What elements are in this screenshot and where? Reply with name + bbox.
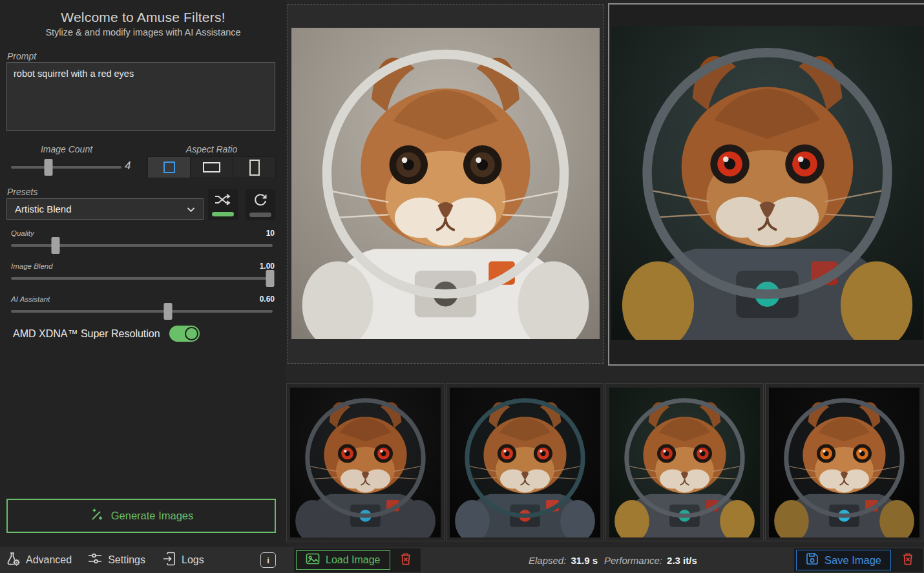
quality-slider[interactable] (11, 244, 273, 247)
quality-label: Quality (11, 229, 34, 237)
performance-label: Performance: (604, 555, 662, 566)
super-resolution-label: AMD XDNA™ Super Resolution (13, 328, 160, 340)
toggle-knob (185, 327, 198, 340)
info-button[interactable]: i (260, 552, 276, 568)
save-image-group: Save Image (794, 548, 923, 572)
refresh-presets-button[interactable] (246, 189, 275, 220)
shuffle-enabled-indicator (212, 212, 234, 216)
output-image (611, 26, 923, 340)
ai-assistant-slider[interactable] (11, 310, 273, 313)
thumbnail-4-image (769, 388, 919, 537)
thumbnail-2-image (450, 388, 600, 537)
image-count-value: 4 (125, 160, 131, 172)
input-image (291, 28, 600, 339)
generate-images-button[interactable]: Generate Images (6, 499, 276, 533)
load-image-label: Load Image (326, 554, 381, 566)
presets-dropdown[interactable]: Artistic Blend (6, 198, 204, 220)
ai-assistant-label: AI Assistant (11, 295, 50, 303)
logs-button[interactable]: Logs (162, 552, 204, 568)
main-area (286, 0, 924, 546)
prompt-input[interactable] (6, 62, 275, 131)
presets-selected-value: Artistic Blend (15, 203, 72, 214)
flask-gear-icon (5, 552, 21, 568)
thumbnail-1-image (290, 388, 441, 537)
ai-assistant-value: 0.60 (260, 295, 275, 304)
quality-value: 10 (266, 229, 275, 238)
trash-delete-icon (399, 552, 412, 568)
image-blend-label: Image Blend (11, 262, 53, 270)
aspect-square-button[interactable] (148, 157, 191, 178)
load-image-button[interactable]: Load Image (296, 550, 390, 570)
thumbnail-4[interactable] (765, 383, 923, 541)
page-subtitle: Stylize & and modify images with AI Assi… (0, 27, 286, 37)
thumbnail-3-image (609, 388, 760, 537)
trash-delete-icon (901, 552, 914, 568)
refresh-enabled-indicator (249, 213, 271, 217)
sidebar: Welcome to Amuse Filters! Stylize & and … (0, 0, 286, 546)
shuffle-presets-button[interactable] (208, 189, 238, 220)
portrait-icon (249, 160, 260, 176)
clear-input-button[interactable] (393, 550, 419, 570)
delete-output-button[interactable] (895, 550, 921, 570)
sliders-icon (87, 552, 103, 568)
page-title: Welcome to Amuse Filters! (0, 10, 286, 25)
performance-stat: Performance: 2.3 it/s (604, 547, 697, 573)
save-image-button[interactable]: Save Image (796, 550, 891, 570)
amuse-filters-window: Welcome to Amuse Filters! Stylize & and … (0, 0, 924, 573)
image-count-label: Image Count (11, 144, 122, 154)
elapsed-value: 31.9 s (571, 555, 598, 566)
image-count-slider[interactable] (11, 166, 121, 169)
shuffle-icon (215, 193, 231, 209)
image-blend-slider[interactable] (11, 277, 273, 280)
bottom-bar: Advanced Settings Logs (0, 546, 924, 573)
performance-value: 2.3 it/s (667, 555, 697, 566)
load-image-group: Load Image (294, 548, 421, 572)
aspect-ratio-label: Aspect Ratio (147, 144, 276, 154)
advanced-label: Advanced (26, 554, 72, 566)
input-image-panel[interactable] (288, 4, 604, 364)
super-resolution-toggle[interactable] (169, 326, 200, 342)
document-log-icon (162, 552, 176, 568)
floppy-disk-icon (806, 552, 819, 568)
image-blend-slider-handle[interactable] (266, 270, 274, 287)
picture-icon (306, 552, 320, 568)
output-image-panel[interactable] (608, 3, 924, 366)
chevron-down-icon (187, 203, 195, 214)
thumbnail-strip (286, 383, 924, 541)
prompt-label: Prompt (7, 51, 36, 61)
advanced-button[interactable]: Advanced (5, 552, 72, 568)
status-bar: Load Image Elapsed: 31.9 s (286, 547, 924, 573)
magic-wand-icon (89, 507, 105, 525)
image-blend-value: 1.00 (260, 262, 275, 271)
square-icon (163, 161, 175, 173)
landscape-icon (203, 162, 220, 172)
settings-button[interactable]: Settings (87, 552, 145, 568)
thumbnail-2[interactable] (446, 383, 604, 541)
aspect-landscape-button[interactable] (191, 157, 233, 178)
refresh-icon (253, 193, 268, 209)
save-image-label: Save Image (824, 554, 881, 567)
quality-slider-handle[interactable] (51, 237, 59, 254)
presets-label: Presets (7, 187, 37, 197)
logs-label: Logs (182, 554, 204, 566)
ai-assistant-slider-handle[interactable] (164, 303, 173, 320)
sidebar-footer: Advanced Settings Logs (0, 547, 286, 573)
thumbnail-3[interactable] (605, 383, 764, 541)
elapsed-label: Elapsed: (529, 555, 566, 566)
settings-label: Settings (108, 554, 145, 566)
aspect-ratio-group (147, 156, 276, 178)
image-count-slider-handle[interactable] (45, 159, 53, 176)
elapsed-stat: Elapsed: 31.9 s (529, 547, 598, 573)
info-icon: i (267, 556, 269, 565)
aspect-portrait-button[interactable] (233, 157, 275, 178)
thumbnail-1[interactable] (286, 383, 445, 541)
generate-images-label: Generate Images (111, 510, 194, 522)
